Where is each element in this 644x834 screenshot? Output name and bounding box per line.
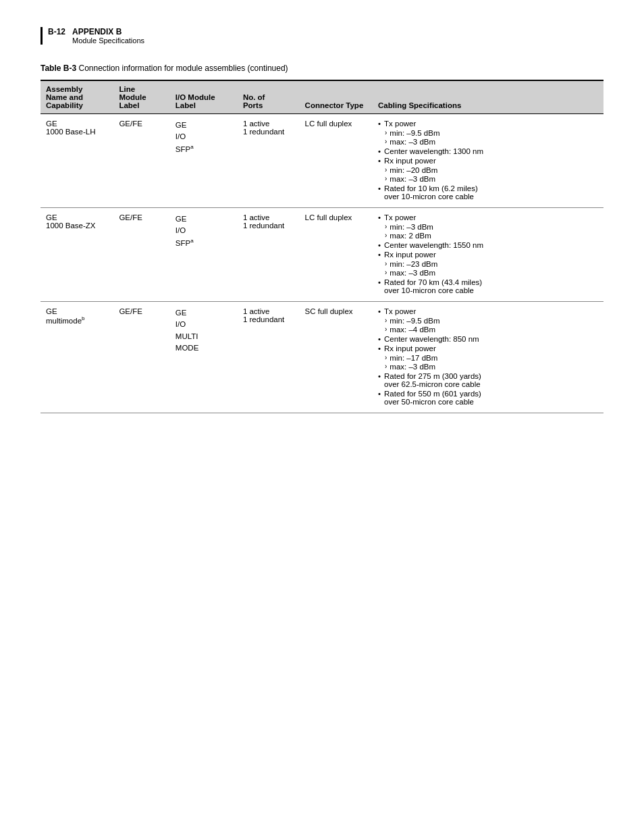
- sub-list-item: ›max: 2 dBm: [385, 232, 598, 240]
- list-item: •Rated for 275 m (300 yards)over 62.5-mi…: [378, 372, 598, 388]
- cell-io-module: GEI/OSFPa: [170, 208, 238, 302]
- sub-list-item: ›max: –3 dBm: [385, 363, 598, 371]
- cell-line-module: GE/FE: [113, 208, 169, 302]
- sub-list-item: ›min: –17 dBm: [385, 354, 598, 362]
- cell-cabling: •Tx power›min: –9.5 dBm›max: –3 dBm•Cent…: [373, 114, 603, 208]
- header-text: APPENDIX B Module Specifications: [72, 27, 144, 45]
- bullet-icon: •: [378, 120, 381, 128]
- arrow-icon: ›: [385, 325, 387, 333]
- sub-list-item: ›min: –9.5 dBm: [385, 317, 598, 325]
- arrow-icon: ›: [385, 260, 387, 267]
- cell-connector: LC full duplex: [300, 208, 373, 302]
- table-header-row: AssemblyName andCapability LineModuleLab…: [41, 80, 603, 114]
- appendix-title: APPENDIX B: [72, 27, 144, 36]
- page-header: B-12 APPENDIX B Module Specifications: [41, 27, 603, 45]
- list-item: •Rated for 550 m (601 yards)over 50-micr…: [378, 390, 598, 406]
- cell-io-module: GEI/OMULTIMODE: [170, 302, 238, 413]
- bullet-icon: •: [378, 390, 381, 398]
- arrow-icon: ›: [385, 138, 387, 145]
- cell-line-module: GE/FE: [113, 302, 169, 413]
- table-description: Connection information for module assemb…: [76, 63, 288, 73]
- sub-list-item: ›min: –23 dBm: [385, 260, 598, 268]
- cell-assembly: GE1000 Base-LH: [41, 114, 113, 208]
- cell-ports: 1 active1 redundant: [238, 302, 300, 413]
- sub-list-item: ›max: –3 dBm: [385, 269, 598, 277]
- bullet-icon: •: [378, 372, 381, 380]
- cell-assembly: GEmultimodeb: [41, 302, 113, 413]
- cell-connector: SC full duplex: [300, 302, 373, 413]
- sub-list-item: ›max: –3 dBm: [385, 175, 598, 183]
- sub-list-item: ›max: –3 dBm: [385, 138, 598, 146]
- list-item: •Center wavelength: 850 nm: [378, 335, 598, 343]
- list-item: •Tx power›min: –9.5 dBm›max: –4 dBm: [378, 307, 598, 334]
- list-item: •Tx power›min: –9.5 dBm›max: –3 dBm: [378, 120, 598, 146]
- specifications-table: AssemblyName andCapability LineModuleLab…: [41, 80, 603, 413]
- sub-list-item: ›min: –3 dBm: [385, 223, 598, 231]
- list-item: •Rx input power›min: –23 dBm›max: –3 dBm: [378, 251, 598, 277]
- sub-list-item: ›max: –4 dBm: [385, 325, 598, 334]
- list-item: •Rated for 10 km (6.2 miles)over 10-micr…: [378, 184, 598, 201]
- table-caption: Table B-3 Connection information for mod…: [41, 63, 603, 73]
- bullet-icon: •: [378, 335, 381, 343]
- page-number: B-12: [48, 27, 65, 36]
- table-row: GEmultimodebGE/FEGEI/OMULTIMODE1 active1…: [41, 302, 603, 413]
- list-item: •Rated for 70 km (43.4 miles)over 10-mic…: [378, 278, 598, 294]
- arrow-icon: ›: [385, 317, 387, 324]
- cell-ports: 1 active1 redundant: [238, 208, 300, 302]
- cell-cabling: •Tx power›min: –9.5 dBm›max: –4 dBm•Cent…: [373, 302, 603, 413]
- table-row: GE1000 Base-LHGE/FEGEI/OSFPa1 active1 re…: [41, 114, 603, 208]
- arrow-icon: ›: [385, 223, 387, 230]
- sub-list-item: ›min: –9.5 dBm: [385, 129, 598, 137]
- cell-line-module: GE/FE: [113, 114, 169, 208]
- arrow-icon: ›: [385, 129, 387, 136]
- th-line-module: LineModuleLabel: [113, 80, 169, 114]
- th-io-module: I/O ModuleLabel: [170, 80, 238, 114]
- arrow-icon: ›: [385, 232, 387, 239]
- appendix-subtitle: Module Specifications: [72, 36, 144, 45]
- cell-cabling: •Tx power›min: –3 dBm›max: 2 dBm•Center …: [373, 208, 603, 302]
- arrow-icon: ›: [385, 175, 387, 182]
- sub-list-item: ›min: –20 dBm: [385, 166, 598, 174]
- cell-io-module: GEI/OSFPa: [170, 114, 238, 208]
- table-row: GE1000 Base-ZXGE/FEGEI/OSFPa1 active1 re…: [41, 208, 603, 302]
- bullet-icon: •: [378, 184, 381, 192]
- bullet-icon: •: [378, 251, 381, 259]
- bullet-icon: •: [378, 157, 381, 165]
- th-ports: No. ofPorts: [238, 80, 300, 114]
- bullet-icon: •: [378, 344, 381, 353]
- table-label: Table B-3: [41, 63, 76, 73]
- arrow-icon: ›: [385, 363, 387, 370]
- arrow-icon: ›: [385, 354, 387, 361]
- cell-assembly: GE1000 Base-ZX: [41, 208, 113, 302]
- bullet-icon: •: [378, 278, 381, 286]
- list-item: •Center wavelength: 1300 nm: [378, 147, 598, 155]
- th-assembly: AssemblyName andCapability: [41, 80, 113, 114]
- bullet-icon: •: [378, 147, 381, 155]
- list-item: •Rx input power›min: –20 dBm›max: –3 dBm: [378, 157, 598, 183]
- th-cabling: Cabling Specifications: [373, 80, 603, 114]
- list-item: •Center wavelength: 1550 nm: [378, 241, 598, 249]
- list-item: •Rx input power›min: –17 dBm›max: –3 dBm: [378, 344, 598, 371]
- th-connector: Connector Type: [300, 80, 373, 114]
- arrow-icon: ›: [385, 166, 387, 174]
- list-item: •Tx power›min: –3 dBm›max: 2 dBm: [378, 213, 598, 240]
- bullet-icon: •: [378, 241, 381, 249]
- bullet-icon: •: [378, 213, 381, 221]
- cell-ports: 1 active1 redundant: [238, 114, 300, 208]
- arrow-icon: ›: [385, 269, 387, 276]
- cell-connector: LC full duplex: [300, 114, 373, 208]
- bullet-icon: •: [378, 307, 381, 315]
